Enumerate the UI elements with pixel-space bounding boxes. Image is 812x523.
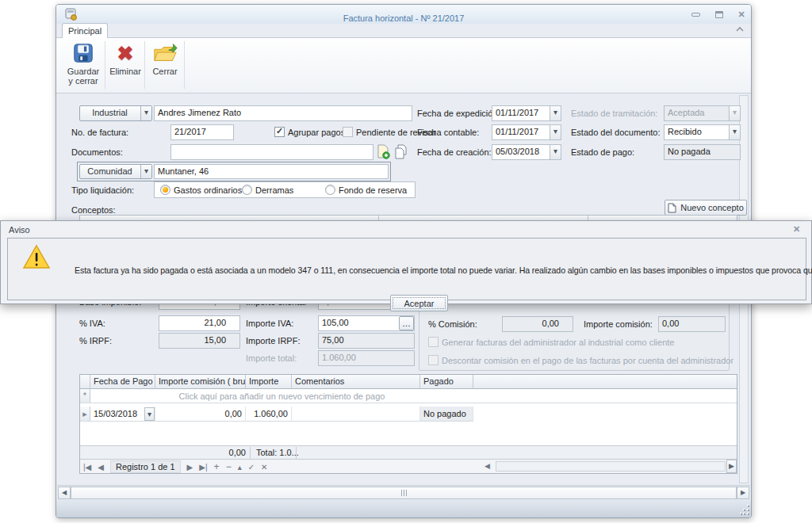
aviso-message: Esta factura ya ha sido pagada o está as… (75, 265, 812, 275)
tab-principal[interactable]: Principal (62, 23, 108, 38)
no-factura-label: No. de factura: (71, 128, 128, 138)
agrupar-pagos-label[interactable]: Agrupar pagos (288, 128, 345, 138)
add-document-button[interactable] (376, 144, 392, 160)
pendiente-revisar-checkbox[interactable] (343, 127, 353, 137)
nuevo-concepto-label: Nuevo concepto (680, 203, 744, 212)
radio-fondo-reserva-label[interactable]: Fondo de reserva (339, 185, 407, 196)
delete-x-icon: ✖ (117, 41, 134, 65)
summary-importe-total: Total: 1.0... (256, 446, 299, 459)
grid-hscroll-left-button[interactable]: ◀ (485, 462, 490, 470)
nav-append-button[interactable]: + (214, 461, 220, 472)
radio-derramas[interactable] (242, 185, 252, 195)
nav-first-button[interactable]: |◀ (83, 463, 91, 471)
grid-hscroll-track[interactable] (496, 461, 726, 471)
radio-gastos-ordinarios[interactable] (160, 185, 170, 195)
copy-icon (394, 144, 407, 159)
radio-fondo-reserva[interactable] (325, 185, 335, 195)
generar-facturas-checkbox (428, 337, 439, 347)
importe-total-field: 1.060,00 (318, 350, 415, 366)
comunidad-selector-button[interactable]: Comunidad ▾ (79, 164, 152, 179)
window-hscrollbar[interactable]: ◀ ▶ (57, 485, 750, 499)
nav-cancel-button[interactable]: ✕ (261, 463, 267, 471)
delete-button[interactable]: ✖ Eliminar (108, 41, 143, 90)
comunidad-field[interactable]: Muntaner, 46 (154, 164, 389, 179)
agrupar-pagos-checkbox[interactable] (274, 127, 285, 137)
radio-gastos-ordinarios-label[interactable]: Gastos ordinarios (174, 185, 242, 196)
grid-header-importe[interactable]: Importe (246, 375, 292, 389)
importe-irpf-label: Importe IRPF: (246, 336, 300, 346)
iva-pct-spinner[interactable]: 21,00 (159, 315, 240, 331)
aviso-title: Aviso (9, 225, 30, 235)
grid-header-comision[interactable]: Importe comisión ( bruto ) (155, 375, 246, 389)
fecha-contable-combo[interactable]: 01/11/2017 (492, 124, 561, 140)
record-navigator: |◀ ◀ Registro 1 de 1 ▶ ▶| + − ▴ ✓ ✕ ◀ ▶ (80, 459, 737, 473)
importe-iva-ellipsis-button[interactable]: … (399, 316, 414, 330)
estado-pago-label: Estado de pago: (571, 147, 634, 158)
aviso-dialog: Aviso ✕ Esta factura ya ha sido pagada o… (0, 220, 812, 304)
window-titlebar[interactable]: Factura horizontal - Nº 21/2017 (56, 5, 751, 24)
fecha-contable-label: Fecha contable: (417, 128, 479, 138)
importe-irpf-field: 75,00 (318, 333, 415, 349)
toolbar-separator (184, 41, 185, 89)
cell-importe-comision[interactable]: 0,00 (155, 407, 246, 422)
folder-exit-icon (152, 41, 178, 65)
hscroll-thumb[interactable] (71, 487, 737, 499)
nav-next-button[interactable]: ▶ (187, 463, 193, 471)
summary-separator (250, 447, 251, 459)
close-window-button[interactable]: ✕ (734, 9, 749, 20)
close-dialog-button[interactable]: ✕ (793, 224, 800, 235)
nuevo-concepto-button[interactable]: Nuevo concepto (665, 200, 747, 216)
no-factura-input[interactable]: 21/2017 (170, 124, 234, 140)
warning-icon (22, 244, 51, 269)
nav-prev-button[interactable]: ◀ (98, 463, 104, 471)
grid-summary-row: 0,00 Total: 1.0... (80, 445, 737, 459)
iva-pct-label: % IVA: (79, 319, 105, 329)
grid-header-pagado[interactable]: Pagado (420, 375, 473, 389)
cell-importe[interactable]: 1.060,00 (246, 407, 292, 422)
accept-button[interactable]: Aceptar (390, 295, 448, 311)
estado-documento-combo[interactable]: Recibido (664, 124, 741, 140)
save-close-button[interactable]: Guardar y cerrar (63, 41, 103, 90)
radio-derramas-label[interactable]: Derramas (255, 185, 293, 196)
documentos-input[interactable] (170, 144, 373, 160)
nav-delete-button[interactable]: − (226, 461, 232, 472)
window-title: Factura horizontal - Nº 21/2017 (56, 13, 751, 23)
cell-pagado[interactable]: No pagado (420, 407, 473, 422)
dropdown-arrow-icon: ▾ (140, 106, 151, 120)
nav-last-button[interactable]: ▶| (199, 463, 207, 471)
nav-endedit-button[interactable]: ✓ (248, 463, 255, 471)
fecha-dropdown-button[interactable]: ▾ (144, 407, 155, 421)
importe-iva-label: Importe IVA: (246, 319, 293, 329)
resize-grip[interactable] (741, 506, 750, 515)
hscroll-left-button[interactable]: ◀ (58, 487, 71, 499)
importe-comision-field: 0,00 (658, 316, 726, 332)
fecha-creacion-combo[interactable]: 05/03/2018 (492, 144, 561, 160)
maximize-button[interactable] (712, 9, 726, 20)
estado-pago-field: No pagada (664, 144, 741, 160)
grid-header-filler (473, 375, 737, 389)
irpf-pct-spinner: 15,00 (159, 333, 240, 349)
hscroll-right-button[interactable]: ▶ (737, 487, 749, 499)
current-row-indicator: ▸ (80, 407, 90, 422)
grid-header-fecha[interactable]: Fecha de Pago (90, 375, 155, 389)
summary-comision-total: 0,00 (155, 446, 246, 459)
cell-comentarios[interactable] (292, 407, 420, 422)
irpf-pct-label: % IRPF: (79, 336, 112, 346)
new-payment-row-hint[interactable]: Click aquí para añadir un nuevo vencimie… (90, 389, 473, 403)
comunidad-selector-label: Comunidad (87, 166, 132, 176)
delete-label: Eliminar (109, 67, 141, 76)
fecha-expedicion-combo[interactable]: 01/11/2017 (492, 105, 561, 121)
collapse-ribbon-button[interactable] (734, 25, 747, 36)
add-document-icon (376, 144, 390, 159)
industrial-name-field[interactable]: Andres Jimenez Rato (154, 105, 412, 121)
grid-hscroll-right-button[interactable]: ▶ (726, 460, 737, 473)
nav-edit-button[interactable]: ▴ (238, 463, 242, 471)
minimize-button[interactable] (688, 9, 703, 20)
scroll-grip-icon (401, 490, 402, 496)
grid-header-comentarios[interactable]: Comentarios (292, 375, 420, 389)
toolbar-separator (144, 41, 145, 89)
industrial-selector-button[interactable]: Industrial ▾ (79, 105, 152, 121)
copy-document-button[interactable] (394, 144, 408, 160)
estado-tramitacion-label: Estado de tramitación: (571, 109, 657, 119)
close-button[interactable]: Cerrar (147, 41, 182, 90)
